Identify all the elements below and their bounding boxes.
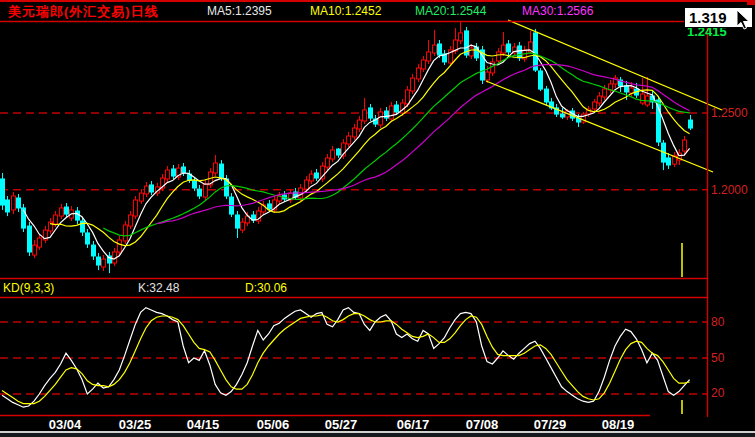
candlestick-kd-plot[interactable] xyxy=(0,0,755,437)
date-tick-label: 05/27 xyxy=(325,417,358,432)
price-tick-12500: 1.2500 xyxy=(711,106,748,120)
date-tick-label: 05/06 xyxy=(257,417,290,432)
chart-window: 美元瑞郎(外汇交易)日线 MA5:1.2395 MA10:1.2452 MA20… xyxy=(0,0,755,437)
date-tick-label: 07/29 xyxy=(534,417,567,432)
date-tick-label: 04/15 xyxy=(187,417,220,432)
kd-indicator-label: KD(9,3,3) xyxy=(3,281,54,295)
date-tick-label: 07/08 xyxy=(466,417,499,432)
date-axis: 03/0403/2504/1505/0605/2706/1707/0807/29… xyxy=(0,417,755,431)
kd-d-value: D:30.06 xyxy=(245,281,287,295)
date-tick-label: 08/19 xyxy=(602,417,635,432)
kd-tick-20: 20 xyxy=(711,386,724,400)
kd-tick-50: 50 xyxy=(711,351,724,365)
price-tick-12000: 1.2000 xyxy=(711,183,748,197)
mouse-cursor-icon xyxy=(735,9,751,31)
window-bottom-border xyxy=(0,431,755,437)
kd-k-value: K:32.48 xyxy=(138,281,179,295)
date-tick-label: 06/17 xyxy=(397,417,430,432)
date-tick-label: 03/04 xyxy=(49,417,82,432)
kd-tick-80: 80 xyxy=(711,315,724,329)
date-tick-label: 03/25 xyxy=(119,417,152,432)
